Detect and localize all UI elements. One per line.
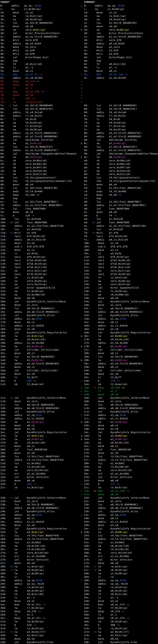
asm-line-left: 2c0: lw t8,0x18(sp) (0, 620, 79, 623)
diff-marker: > (81, 489, 84, 493)
diff-marker (81, 128, 84, 131)
asm-line-left: 20: move s0,a0 (0, 25, 79, 28)
asm-line-left: 48: nop (0, 59, 79, 62)
diff-row: 1cc: lui a0,%hi(D_06001830)1bc: lui a0,%… (0, 403, 158, 406)
asm-line-right: 260: sw v0,0x14c(s0) (84, 544, 158, 548)
asm-line-left: 68: li at,1 (0, 86, 79, 90)
asm-line-left: 164: move a1,zero (0, 303, 79, 307)
asm-line-left: 9c: addiu a3,a3,%lo(D_06001F4C) (0, 131, 79, 135)
diff-row: ec: lui a1,%hi(func_80A87BEC)d0: lui a1,… (0, 200, 158, 204)
asm-line-right: 2cc: move a0,a3 (84, 637, 158, 640)
diff-row: 294: addiu sp,sp,-0x1828c: addiu sp,sp,-… (0, 582, 158, 586)
diff-marker (81, 355, 84, 358)
asm-line-left: d4: lhu t9,%lo(gSaveContext+0xeda)(t9) (0, 180, 79, 183)
asm-line-left: 2a8: move a3,a1 (0, 599, 79, 603)
diff-row: 1b4: move a2,s0198: move a2,s0 (0, 372, 158, 376)
asm-line-right: 15c: move a0,s1 (84, 320, 158, 324)
diff-marker (81, 49, 84, 52)
diff-row: 1f4: lw a1,0x44(sp)s1e4: lw a1,0x40(sp) (0, 438, 158, 441)
diff-marker (81, 427, 84, 431)
asm-line-left: c4: sb zero,0x30f(s0) (0, 166, 79, 169)
diff-row: 104: ~> jal func_80A87800e8: ~> jal func… (0, 221, 158, 224)
asm-line-right: e0: b f4 ~> (84, 214, 158, 217)
asm-line-left: 4c: lh v0,0x1c(s0) (0, 62, 79, 66)
diff-row: 2cc: ~> lw a2,0x14c(t7)2c4: ~> lw a2,0x1… (0, 630, 158, 634)
diff-row: 150: jal Actor_SpawnAsChild134: jal Acto… (0, 286, 158, 290)
asm-line-right: 230: lui a0,%hi(D_0600BA8C) (84, 503, 158, 506)
diff-marker (81, 382, 84, 386)
asm-line-left: 284: ~> lw s0,0x34(sp) (0, 568, 79, 572)
asm-line-left: 16c: addiu a0,a0,%lo(D_06000A1C) (0, 310, 79, 314)
diff-row: 84: addiu t6,s0,0x1a868: addiu t6,s0,0x1… (0, 111, 158, 114)
asm-line-right: f0: lui at,0x4120 (84, 228, 158, 231)
asm-line-left: 208: lui t3,%hi(func_80A87F44) (0, 455, 79, 458)
diff-marker (81, 293, 84, 296)
diff-marker (81, 245, 84, 248)
diff-row: 40: mfc1 a3,$f040: mfc1 a3,$f0 (0, 52, 158, 56)
diff-marker (81, 458, 84, 462)
asm-line-right: 68: addiu t6,s0,0x1a8 (84, 111, 158, 114)
asm-line-left: bc: sh zero,0x30a(s0) (0, 159, 79, 162)
asm-line-right: 234: addiu a0,a0,%lo(D_0600BA8C) (84, 506, 158, 510)
diff-row: 264: lui a1,0x3db225c: lui a1,0x3db2 (0, 541, 158, 544)
diff-row: 114: lwc1 $f4,0x24(s0)f8: lwc1 $f4,0x24(… (0, 234, 158, 238)
diff-marker (81, 634, 84, 637)
diff-marker (81, 200, 84, 204)
asm-line-right: 274: move a0,s0 (84, 562, 158, 565)
diff-marker (81, 32, 84, 35)
asm-line-right: 128: lh t1,0x32(s0) (84, 276, 158, 279)
diff-marker (81, 562, 84, 565)
diff-marker (81, 62, 84, 66)
diff-marker (81, 527, 84, 530)
diff-row: 204: move a2,v01f4: move a2,v0 (0, 451, 158, 455)
asm-line-left: 28: jal Actor_ProcessInitChain (0, 32, 79, 35)
asm-line-left: 288: lw s1,0x38(sp) (0, 572, 79, 575)
diff-row: 1ec: jal DynaPolyInfo_RegisterActor1dc: … (0, 431, 158, 434)
asm-line-left: 10: move s1,a1 (0, 11, 79, 14)
diff-marker: < (81, 90, 84, 94)
diff-marker (81, 592, 84, 596)
diff-marker (81, 541, 84, 544)
diff-row: 1d4: jal DynaPolyInfo_Alloc1c4: jal Dyna… (0, 410, 158, 414)
asm-line-right: 4c: lh v0,0x1c(s0) (84, 62, 158, 66)
asm-line-left: 1c4: ~> jal DynaPolyInfo_SetActorMove (0, 396, 79, 400)
diff-row: 48: nop 48: nop (0, 59, 158, 62)
asm-line-right: 200: lui a1,0x3db2 (84, 462, 158, 465)
asm-line-left: 120: sub.s $f8,$f4,$f6 (0, 245, 79, 248)
diff-marker (81, 599, 84, 603)
diff-row: 1fc: move a0,s11ec: move a0,s1 (0, 444, 158, 448)
diff-row: 90: sw t8,0x18(sp)74: sw t8,0x18(sp) (0, 121, 158, 124)
asm-line-left: 108: addiu a1,a1,%lo(func_80A87C30) (0, 224, 79, 228)
diff-marker (81, 462, 84, 465)
asm-line-right: dc: move a0,s0 (84, 210, 158, 214)
asm-line-right: 1c8: addiu a1,sp,0x48 (84, 414, 158, 417)
diff-marker (81, 362, 84, 365)
asm-line-left: 180: move a2,s0 (0, 328, 79, 331)
diff-row: 284: ~> lw s0,0x34(sp)27c: ~> lw s0,0x34… (0, 568, 158, 572)
diff-row: 10: move s1,a110: move s1,a1 (0, 11, 158, 14)
diff-row: 4c: lh v0,0x1c(s0)4c: lh v0,0x1c(s0) (0, 62, 158, 66)
diff-row: 208: lui t3,%hi(func_80A87F44)1f8: lui t… (0, 455, 158, 458)
diff-row: f0: addiu a1,a1,%lo(func_80A87BEC)d4: ad… (0, 204, 158, 207)
asm-line-left: 128: li a3,0x5a (0, 252, 79, 255)
diff-row: 1bc: b 280 ~>i1a0: b 278 ~> (0, 379, 158, 382)
asm-line-left: 28c: jr ra (0, 575, 79, 579)
asm-line-right: 180: move a0,s1 (84, 352, 158, 355)
diff-marker (81, 21, 84, 25)
diff-row: >1ac: li at,1 (0, 390, 158, 393)
asm-line-right: 160: addiu a1,s1,0x810 (84, 324, 158, 328)
diff-row: a8: sw a1,0x44(sp)s8c: sw a1,0x40(sp) (0, 142, 158, 145)
diff-row: 230: ~> jal DynaPolyInfo_SetActorMove228… (0, 496, 158, 500)
diff-marker (81, 517, 84, 520)
diff-marker (81, 400, 84, 403)
diff-marker (81, 176, 84, 180)
diff-row: 34: addiu a0,s0,0xb434: addiu a0,s0,0xb4 (0, 42, 158, 45)
asm-line-left: 88: addiu t7,s0,0x22c (0, 114, 79, 118)
diff-marker (81, 410, 84, 414)
diff-row: 8c: li t8,0x1670: li t8,0x16 (0, 118, 158, 121)
diff-marker: < (81, 97, 84, 100)
diff-marker: s (81, 434, 84, 438)
asm-line-left: 54: move a0,s1 (0, 69, 79, 73)
asm-line-left: 1a8: addiu a3,a3,%lo(D_80A88CB4) (0, 362, 79, 365)
diff-row: 164: move a1,zero148: move a1,zero (0, 303, 158, 307)
